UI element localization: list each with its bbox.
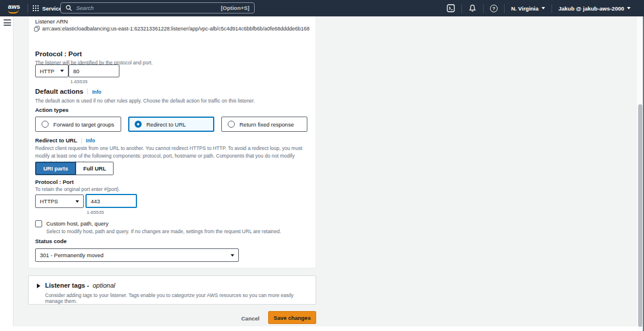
notifications-button[interactable]: [462, 0, 483, 16]
action-types-label: Action types: [35, 107, 68, 113]
radio-icon: [228, 121, 235, 128]
account-menu[interactable]: Jakub @ jakub-aws-2000: [552, 0, 637, 16]
uri-parts-button[interactable]: URI parts: [35, 162, 76, 175]
redirect-protocol-port-description: To retain the original port enter #{port…: [35, 186, 120, 192]
redirect-port-input[interactable]: [85, 194, 137, 208]
default-actions-heading: Default actions: [35, 88, 83, 95]
custom-host-label: Custom host, path, query: [46, 220, 108, 227]
tags-heading-text: Listener tags -: [45, 282, 89, 289]
expand-triangle-icon[interactable]: [37, 284, 40, 288]
cancel-button[interactable]: Cancel: [237, 312, 264, 325]
cloudshell-icon: [447, 4, 455, 12]
caret-down-icon: [231, 254, 234, 257]
redirect-heading: Redirect to URL: [35, 137, 77, 144]
caret-down-icon: [627, 7, 631, 9]
aws-logo[interactable]: aws: [6, 3, 22, 13]
caret-down-icon: [60, 70, 64, 72]
custom-host-description: Select to modify host, path and query. I…: [46, 228, 310, 234]
port-range-hint: 1-65535: [70, 79, 87, 84]
redirect-info-link[interactable]: Info: [86, 138, 95, 144]
search-shortcut-hint: [Option+S]: [221, 5, 249, 11]
redirect-protocol-select[interactable]: HTTPS: [35, 194, 84, 208]
protocol-select[interactable]: HTTP: [35, 64, 68, 77]
heading-divider: [81, 138, 82, 144]
help-button[interactable]: ?: [484, 0, 504, 16]
status-code-select[interactable]: 301 - Permanently moved: [35, 248, 239, 262]
region-label: N. Virginia: [511, 5, 539, 12]
action-option-label: Forward to target groups: [53, 121, 114, 128]
redirect-mode-toggle: URI parts Full URL: [35, 162, 114, 175]
redirect-port-range-hint: 1-65535: [87, 210, 104, 215]
bell-icon: [468, 4, 477, 12]
sidebar-toggle-button[interactable]: [4, 19, 11, 26]
top-navigation-bar: aws Services Search [Option+S]: [0, 0, 644, 16]
listener-arn-label: Listener ARN: [35, 18, 68, 25]
aws-smile-icon: [8, 9, 19, 13]
protocol-port-heading: Protocol : Port: [35, 50, 82, 57]
nav-divider: [28, 4, 28, 12]
caret-down-icon: [76, 200, 79, 203]
caret-down-icon: [542, 7, 545, 9]
protocol-select-value: HTTP: [40, 68, 54, 74]
grid-icon: [33, 5, 39, 12]
action-option-label: Return fixed response: [239, 121, 294, 128]
action-option-redirect[interactable]: Redirect to URL: [128, 117, 214, 132]
full-url-button[interactable]: Full URL: [76, 162, 114, 175]
action-type-options: Forward to target groups Redirect to URL…: [35, 117, 307, 132]
status-code-value: 301 - Permanently moved: [40, 252, 104, 258]
default-actions-info-link[interactable]: Info: [92, 89, 101, 95]
redirect-protocol-port-label: Protocol : Port: [35, 179, 74, 185]
save-changes-button[interactable]: Save changes: [268, 311, 316, 324]
search-placeholder: Search: [76, 5, 221, 11]
region-selector[interactable]: N. Virginia: [505, 0, 551, 16]
tags-optional-text: optional: [93, 282, 115, 289]
status-code-label: Status code: [35, 238, 67, 244]
help-icon: ?: [490, 5, 498, 12]
listener-tags-description: Consider adding tags to your listener. T…: [45, 292, 309, 304]
default-actions-description: The default action is used if no other r…: [35, 98, 255, 104]
custom-host-checkbox[interactable]: [35, 220, 42, 227]
action-option-forward[interactable]: Forward to target groups: [35, 117, 121, 132]
action-option-fixed-response[interactable]: Return fixed response: [221, 117, 307, 132]
listener-arn-value: arn:aws:elasticloadbalancing:us-east-1:6…: [34, 25, 310, 33]
listener-tags-heading: Listener tags - optional: [45, 282, 115, 289]
radio-selected-icon: [135, 121, 142, 128]
copy-icon[interactable]: [34, 26, 40, 32]
search-icon: [66, 5, 72, 11]
search-input[interactable]: Search [Option+S]: [60, 2, 255, 13]
redirect-protocol-select-value: HTTPS: [40, 198, 58, 204]
radio-icon: [42, 121, 49, 128]
heading-divider: [87, 88, 88, 94]
action-option-label: Redirect to URL: [146, 121, 186, 128]
help-glyph: ?: [492, 6, 495, 11]
scrollbar-thumb[interactable]: [638, 104, 642, 327]
account-label: Jakub @ jakub-aws-2000: [559, 5, 624, 12]
nav-right-cluster: ? N. Virginia Jakub @ jakub-aws-2000: [440, 0, 637, 16]
cloudshell-button[interactable]: [440, 0, 461, 16]
arn-text: arn:aws:elasticloadbalancing:us-east-1:6…: [42, 26, 310, 32]
port-input[interactable]: [68, 64, 119, 77]
